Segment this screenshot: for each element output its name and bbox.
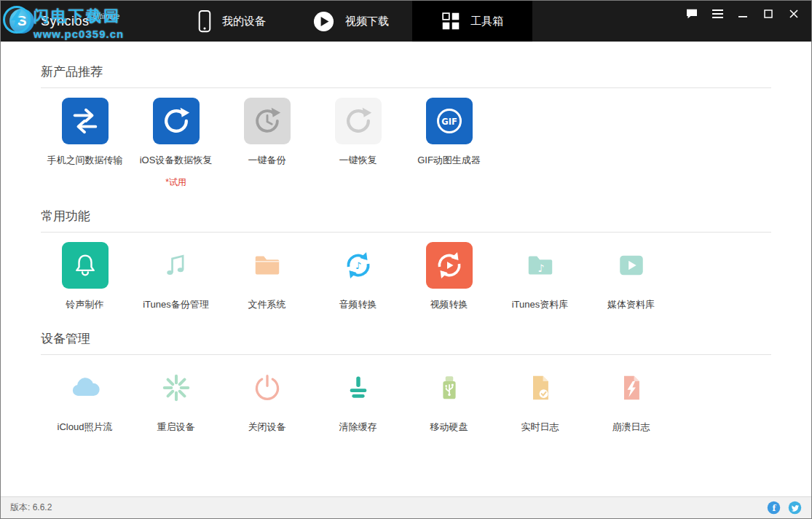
tool-label: 清除缓存	[339, 421, 377, 434]
media-play-icon	[608, 242, 655, 289]
backup-clock-icon	[244, 98, 291, 144]
tool-tile[interactable]: 清除缓存	[314, 364, 402, 434]
music-note-icon	[153, 242, 200, 289]
svg-text:♪: ♪	[537, 262, 544, 274]
status-bar: 版本: 6.6.2 f	[1, 496, 811, 518]
tile-row: 铃声制作iTunes备份管理文件系统♪音频转换视频转换♪iTunes资料库媒体资…	[41, 242, 771, 311]
tool-tile[interactable]: 崩溃日志	[587, 364, 675, 434]
restore-icon	[153, 98, 200, 144]
minimize-button[interactable]	[737, 9, 749, 19]
tool-label: 关闭设备	[248, 421, 286, 434]
maximize-button[interactable]	[762, 9, 774, 19]
toolbox-content: 新产品推荐手机之间数据传输iOS设备数据恢复*试用一键备份一键恢复GIFGIF动…	[1, 42, 811, 496]
power-icon	[244, 364, 291, 411]
syncios-logo-icon: S	[9, 9, 34, 34]
section-divider	[41, 232, 771, 233]
app-window: 闪电下载园 www.pc0359.cn S Syncios Ultimate 我…	[0, 0, 812, 519]
usb-drive-icon	[426, 364, 473, 411]
twitter-icon[interactable]	[788, 501, 802, 515]
tool-label: 文件系统	[248, 298, 286, 311]
app-logo-area: S Syncios Ultimate	[1, 1, 174, 42]
tab-label: 我的设备	[222, 15, 266, 28]
tool-label: GIF动图生成器	[417, 154, 481, 167]
tab-label: 工具箱	[470, 15, 503, 28]
tool-label: iCloud照片流	[58, 421, 113, 434]
section: 新产品推荐手机之间数据传输iOS设备数据恢复*试用一键备份一键恢复GIFGIF动…	[41, 63, 771, 189]
grid-icon	[441, 12, 460, 31]
svg-text:♪: ♪	[355, 260, 360, 271]
tool-tile[interactable]: 视频转换	[405, 242, 493, 311]
clean-icon	[335, 364, 382, 411]
section: 设备管理iCloud照片流重启设备关闭设备清除缓存移动硬盘实时日志崩溃日志	[41, 330, 771, 434]
tool-label: 一键恢复	[339, 154, 377, 167]
tool-label: 一键备份	[248, 154, 286, 167]
section-title: 设备管理	[41, 330, 771, 347]
tool-tile[interactable]: 一键恢复	[314, 98, 402, 189]
app-title: Syncios	[41, 14, 90, 29]
section: 常用功能铃声制作iTunes备份管理文件系统♪音频转换视频转换♪iTunes资料…	[41, 208, 771, 311]
tool-label: 实时日志	[521, 421, 559, 434]
tab-我的设备[interactable]: 我的设备	[174, 1, 289, 42]
tool-label: 移动硬盘	[430, 421, 468, 434]
tool-tile[interactable]: 实时日志	[496, 364, 584, 434]
tool-tile[interactable]: 媒体资料库	[587, 242, 675, 311]
feedback-message-button[interactable]	[686, 9, 698, 19]
folder-note-icon: ♪	[517, 242, 564, 289]
tool-tile[interactable]: ♪音频转换	[314, 242, 402, 311]
section-title: 常用功能	[41, 208, 771, 225]
tool-label: 手机之间数据传输	[47, 154, 123, 167]
social-links: f	[767, 501, 802, 515]
tool-tile[interactable]: iTunes备份管理	[132, 242, 220, 311]
tool-tile[interactable]: 手机之间数据传输	[41, 98, 129, 189]
tool-tile[interactable]: iOS设备数据恢复*试用	[132, 98, 220, 189]
tile-row: iCloud照片流重启设备关闭设备清除缓存移动硬盘实时日志崩溃日志	[41, 364, 771, 434]
bell-icon	[62, 242, 109, 289]
tool-label: iTunes资料库	[512, 298, 569, 311]
tool-tile[interactable]: ♪iTunes资料库	[496, 242, 584, 311]
tab-label: 视频下载	[345, 15, 389, 28]
tool-tile[interactable]: 一键备份	[223, 98, 311, 189]
window-controls	[686, 1, 811, 42]
restart-burst-icon	[153, 364, 200, 411]
svg-text:GIF: GIF	[441, 117, 457, 127]
tool-tile[interactable]: iCloud照片流	[41, 364, 129, 434]
section-divider	[41, 87, 771, 88]
doc-bolt-icon	[608, 364, 655, 411]
section-title: 新产品推荐	[41, 63, 771, 80]
play-icon	[312, 10, 335, 33]
tool-label: 音频转换	[339, 298, 377, 311]
tab-工具箱[interactable]: 工具箱	[412, 1, 532, 42]
section-divider	[41, 354, 771, 355]
audio-convert-icon: ♪	[335, 242, 382, 289]
tool-label: iOS设备数据恢复	[140, 154, 213, 167]
transfer-arrows-icon	[62, 98, 109, 144]
gif-icon: GIF	[426, 98, 473, 144]
tool-label: 重启设备	[157, 421, 195, 434]
restore-icon	[335, 98, 382, 144]
cloud-icon	[62, 364, 109, 411]
tool-label: 媒体资料库	[607, 298, 655, 311]
trial-note: *试用	[165, 176, 186, 189]
doc-check-icon	[517, 364, 564, 411]
menu-button[interactable]	[712, 9, 723, 19]
tool-tile[interactable]: GIFGIF动图生成器	[405, 98, 493, 189]
title-bar: S Syncios Ultimate 我的设备视频下载工具箱	[1, 1, 811, 42]
tool-tile[interactable]: 重启设备	[132, 364, 220, 434]
close-button[interactable]	[788, 9, 800, 19]
version-label: 版本: 6.6.2	[10, 502, 52, 514]
tool-label: 崩溃日志	[612, 421, 650, 434]
tool-label: 视频转换	[430, 298, 468, 311]
main-nav: 我的设备视频下载工具箱	[174, 1, 532, 42]
tile-row: 手机之间数据传输iOS设备数据恢复*试用一键备份一键恢复GIFGIF动图生成器	[41, 98, 771, 189]
tool-tile[interactable]: 文件系统	[223, 242, 311, 311]
tool-label: 铃声制作	[66, 298, 104, 311]
video-convert-icon	[426, 242, 473, 289]
phone-icon	[197, 9, 212, 34]
tool-tile[interactable]: 关闭设备	[223, 364, 311, 434]
tool-label: iTunes备份管理	[143, 298, 209, 311]
facebook-icon[interactable]: f	[767, 501, 781, 515]
tool-tile[interactable]: 铃声制作	[41, 242, 129, 311]
tab-视频下载[interactable]: 视频下载	[289, 1, 412, 42]
tool-tile[interactable]: 移动硬盘	[405, 364, 493, 434]
app-title-suffix: Ultimate	[93, 12, 120, 20]
